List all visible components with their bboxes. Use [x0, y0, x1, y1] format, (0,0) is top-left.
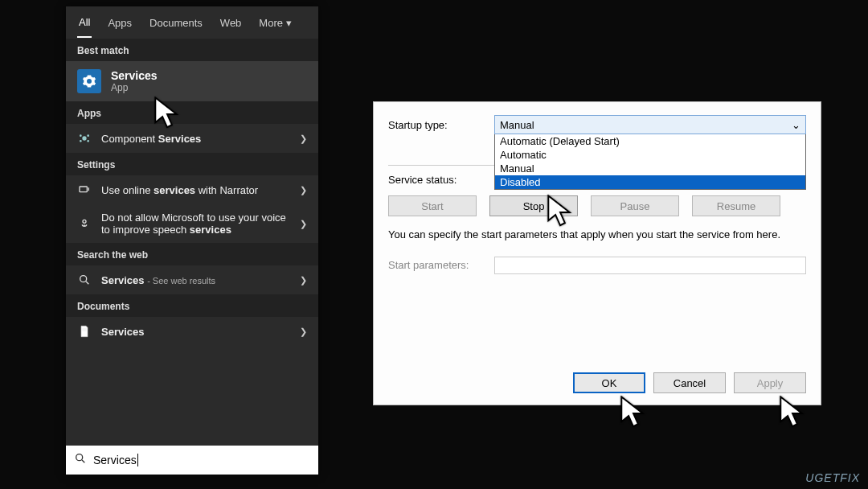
start-parameters-row: Start parameters: — [388, 257, 806, 274]
settings-item-label: Use online services with Narrator — [101, 184, 258, 196]
search-icon — [74, 452, 87, 468]
gear-icon — [77, 69, 101, 93]
startup-type-combo[interactable]: Manual ⌄ — [494, 115, 806, 134]
search-bar[interactable]: Services — [66, 446, 318, 475]
dropdown-option-disabled[interactable]: Disabled — [495, 175, 805, 189]
mic-off-icon — [77, 216, 92, 231]
svg-point-10 — [76, 454, 83, 461]
hint-text: You can specify the start parameters tha… — [388, 228, 806, 242]
chevron-right-icon: ❯ — [300, 185, 307, 195]
chevron-right-icon: ❯ — [300, 327, 307, 337]
watermark: UGETFIX — [805, 471, 860, 484]
section-settings: Settings — [66, 153, 318, 175]
chevron-right-icon: ❯ — [300, 275, 307, 286]
tab-web[interactable]: Web — [219, 9, 244, 37]
svg-point-1 — [80, 134, 82, 137]
resume-button[interactable]: Resume — [692, 195, 780, 216]
apply-button[interactable]: Apply — [734, 372, 806, 393]
stop-button[interactable]: Stop — [489, 195, 578, 216]
startup-type-value: Manual — [500, 119, 534, 131]
svg-rect-5 — [80, 187, 87, 192]
svg-point-3 — [80, 140, 82, 142]
search-query-text: Services — [93, 454, 137, 466]
best-match-text: Services App — [111, 69, 158, 93]
start-parameters-label: Start parameters: — [388, 259, 494, 271]
svg-point-6 — [83, 220, 86, 223]
service-status-label: Service status: — [388, 174, 494, 186]
chevron-down-icon: ▾ — [286, 17, 292, 29]
section-best-match: Best match — [66, 39, 318, 61]
svg-point-0 — [82, 136, 86, 140]
tab-documents[interactable]: Documents — [148, 9, 204, 37]
apps-item-component-services[interactable]: Component Services ❯ — [66, 124, 318, 153]
pause-button[interactable]: Pause — [591, 195, 679, 216]
dropdown-option[interactable]: Automatic — [495, 148, 805, 162]
best-match-sub: App — [111, 82, 158, 93]
startup-type-label: Startup type: — [388, 119, 494, 131]
startup-type-dropdown: Automatic (Delayed Start) Automatic Manu… — [494, 134, 806, 190]
tab-apps[interactable]: Apps — [106, 9, 133, 37]
dropdown-option[interactable]: Manual — [495, 162, 805, 175]
doc-item-label: Services — [101, 326, 145, 338]
svg-point-7 — [80, 276, 87, 282]
best-match-item[interactable]: Services App — [66, 61, 318, 101]
dialog-footer: OK Cancel Apply — [573, 372, 806, 393]
tab-more-label: More — [259, 17, 283, 29]
chevron-right-icon: ❯ — [300, 219, 307, 229]
search-input[interactable]: Services — [93, 454, 138, 466]
section-apps: Apps — [66, 101, 318, 124]
start-menu-tabs: All Apps Documents Web More ▾ — [66, 6, 318, 39]
dropdown-option[interactable]: Automatic (Delayed Start) — [495, 134, 805, 148]
best-match-title: Services — [111, 69, 158, 82]
settings-item-speech[interactable]: Do not allow Microsoft to use your voice… — [66, 204, 318, 243]
settings-item-label: Do not allow Microsoft to use your voice… — [101, 212, 290, 236]
service-properties-dialog: Startup type: Manual ⌄ Automatic (Delaye… — [373, 101, 821, 405]
narrator-icon — [77, 183, 92, 197]
tab-all[interactable]: All — [77, 8, 92, 38]
svg-rect-9 — [82, 331, 86, 331]
section-documents: Documents — [66, 294, 318, 317]
settings-item-narrator[interactable]: Use online services with Narrator ❯ — [66, 175, 318, 204]
search-icon — [77, 273, 92, 287]
start-menu: All Apps Documents Web More ▾ Best match… — [66, 6, 318, 475]
component-icon — [77, 131, 92, 146]
startup-type-row: Startup type: Manual ⌄ Automatic (Delaye… — [388, 115, 806, 134]
web-item-services[interactable]: Services - See web results ❯ — [66, 265, 318, 294]
doc-icon — [77, 324, 92, 339]
cancel-button[interactable]: Cancel — [653, 372, 726, 393]
web-item-label: Services - See web results — [101, 274, 215, 286]
section-search-web: Search the web — [66, 243, 318, 265]
tab-more[interactable]: More ▾ — [257, 9, 293, 37]
apps-item-label: Component Services — [101, 133, 201, 145]
ok-button[interactable]: OK — [573, 372, 645, 393]
svg-point-4 — [87, 140, 89, 142]
svg-point-2 — [87, 134, 89, 137]
start-button[interactable]: Start — [388, 195, 477, 216]
chevron-right-icon: ❯ — [300, 134, 307, 144]
service-control-buttons: Start Stop Pause Resume — [388, 195, 806, 216]
svg-rect-8 — [82, 329, 86, 330]
start-parameters-input[interactable] — [494, 257, 806, 274]
doc-item-services[interactable]: Services ❯ — [66, 317, 318, 346]
chevron-down-icon: ⌄ — [792, 119, 800, 131]
